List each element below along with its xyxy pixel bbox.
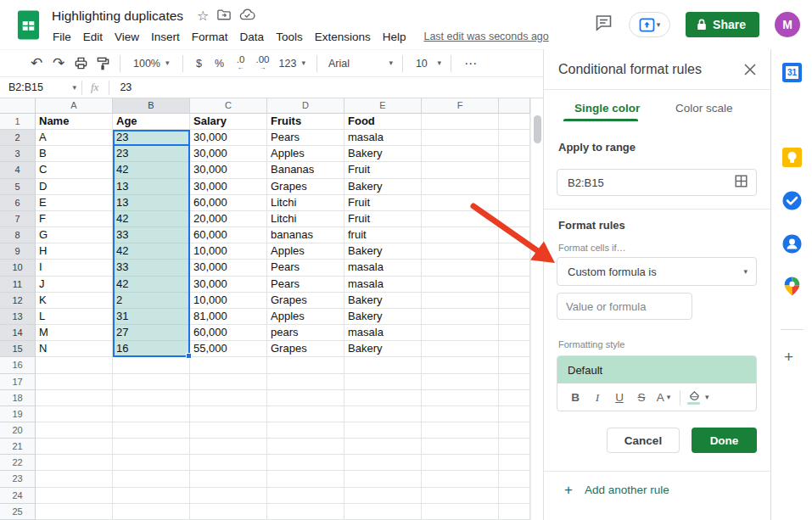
- tab-color-scale[interactable]: Color scale: [675, 102, 733, 115]
- cell-C3[interactable]: 30,000: [190, 146, 267, 162]
- cell-C21[interactable]: [190, 439, 267, 455]
- cell-C8[interactable]: 60,000: [190, 227, 267, 243]
- cell-F19[interactable]: [422, 406, 499, 422]
- row-header-22[interactable]: 22: [0, 455, 36, 471]
- cell-C7[interactable]: 20,000: [190, 211, 267, 227]
- cell-F18[interactable]: [422, 390, 499, 406]
- cell-B4[interactable]: 42: [113, 162, 190, 178]
- cancel-button[interactable]: Cancel: [607, 428, 680, 453]
- cell-D14[interactable]: pears: [267, 325, 344, 341]
- cell-C4[interactable]: 30,000: [190, 162, 267, 178]
- column-header-E[interactable]: E: [344, 98, 422, 114]
- menu-help[interactable]: Help: [377, 29, 412, 45]
- cell-F25[interactable]: [422, 504, 499, 520]
- cell-E12[interactable]: Bakery: [344, 293, 422, 309]
- row-header-24[interactable]: 24: [0, 488, 36, 504]
- cell-D3[interactable]: Apples: [267, 146, 344, 162]
- row-header-13[interactable]: 13: [0, 309, 36, 325]
- cell-C6[interactable]: 60,000: [190, 195, 267, 211]
- cell-B2[interactable]: 23: [113, 130, 190, 146]
- italic-button[interactable]: I: [588, 388, 607, 408]
- cell-E18[interactable]: [344, 390, 422, 406]
- cell-E7[interactable]: Fruit: [344, 211, 422, 227]
- cell-F7[interactable]: [422, 211, 499, 227]
- cell-D20[interactable]: [267, 422, 344, 439]
- formula-value-input[interactable]: [557, 293, 692, 320]
- cell-A8[interactable]: G: [36, 227, 113, 243]
- cell-partial-12[interactable]: [499, 293, 530, 309]
- formula-input[interactable]: 23: [109, 81, 132, 93]
- menu-edit[interactable]: Edit: [77, 29, 109, 45]
- cell-E14[interactable]: masala: [344, 325, 422, 341]
- cell-C17[interactable]: [190, 374, 267, 390]
- cell-B24[interactable]: [113, 488, 190, 504]
- cell-D10[interactable]: Pears: [267, 260, 344, 276]
- cell-B15[interactable]: 16: [113, 341, 190, 357]
- cell-F11[interactable]: [422, 277, 499, 293]
- cell-A22[interactable]: [36, 455, 113, 471]
- last-edit-link[interactable]: Last edit was seconds ago: [423, 31, 548, 42]
- add-another-rule-button[interactable]: + Add another rule: [564, 483, 669, 497]
- strikethrough-button[interactable]: S: [632, 388, 651, 408]
- cell-D6[interactable]: Litchi: [267, 195, 344, 211]
- row-header-7[interactable]: 7: [0, 211, 36, 227]
- row-header-12[interactable]: 12: [0, 293, 36, 309]
- cell-D13[interactable]: Apples: [267, 309, 344, 325]
- cell-E5[interactable]: Bakery: [344, 179, 422, 195]
- cell-E23[interactable]: [344, 471, 422, 487]
- cell-partial-21[interactable]: [499, 439, 530, 455]
- cell-E22[interactable]: [344, 455, 422, 471]
- cell-D23[interactable]: [267, 471, 344, 487]
- cell-B11[interactable]: 42: [113, 277, 190, 293]
- cell-partial-6[interactable]: [499, 195, 530, 211]
- cell-D18[interactable]: [267, 390, 344, 406]
- doc-status-cloud-icon[interactable]: [239, 8, 255, 25]
- cell-B5[interactable]: 13: [113, 179, 190, 195]
- cell-A14[interactable]: M: [36, 325, 113, 341]
- cell-D22[interactable]: [267, 455, 344, 471]
- cell-partial-19[interactable]: [499, 406, 530, 422]
- cell-A24[interactable]: [36, 488, 113, 504]
- row-header-9[interactable]: 9: [0, 243, 36, 260]
- bold-button[interactable]: B: [566, 388, 585, 408]
- cell-D17[interactable]: [267, 374, 344, 390]
- row-header-21[interactable]: 21: [0, 439, 36, 455]
- menu-data[interactable]: Data: [234, 29, 271, 45]
- menu-view[interactable]: View: [109, 29, 145, 45]
- cell-A7[interactable]: F: [36, 211, 113, 227]
- scrollbar-thumb[interactable]: [534, 115, 541, 143]
- row-header-19[interactable]: 19: [0, 406, 36, 422]
- cell-A6[interactable]: E: [36, 195, 113, 211]
- cell-D21[interactable]: [267, 439, 344, 455]
- cell-C15[interactable]: 55,000: [190, 341, 267, 357]
- cell-B20[interactable]: [113, 422, 190, 439]
- row-header-5[interactable]: 5: [0, 179, 36, 195]
- vertical-scrollbar[interactable]: [530, 98, 543, 520]
- cell-A23[interactable]: [36, 471, 113, 487]
- cell-E15[interactable]: Bakery: [344, 341, 422, 357]
- cell-B21[interactable]: [113, 439, 190, 455]
- cell-F9[interactable]: [422, 243, 499, 260]
- cell-E19[interactable]: [344, 406, 422, 422]
- menu-format[interactable]: Format: [186, 29, 234, 45]
- keep-icon[interactable]: [781, 147, 803, 168]
- cell-B22[interactable]: [113, 455, 190, 471]
- cell-F17[interactable]: [422, 374, 499, 390]
- cell-partial-10[interactable]: [499, 260, 530, 276]
- star-icon[interactable]: ☆: [197, 9, 209, 23]
- cell-partial-22[interactable]: [499, 455, 530, 471]
- cell-A12[interactable]: K: [36, 293, 113, 309]
- cell-B19[interactable]: [113, 406, 190, 422]
- cell-partial-7[interactable]: [499, 211, 530, 227]
- cell-B6[interactable]: 13: [113, 195, 190, 211]
- format-currency-button[interactable]: $: [189, 58, 210, 70]
- cell-D16[interactable]: [267, 357, 344, 373]
- row-header-16[interactable]: 16: [0, 357, 36, 373]
- row-header-8[interactable]: 8: [0, 227, 36, 243]
- cell-B12[interactable]: 2: [113, 293, 190, 309]
- cell-D25[interactable]: [267, 504, 344, 520]
- cell-E9[interactable]: Bakery: [344, 243, 422, 260]
- tasks-icon[interactable]: [781, 190, 803, 211]
- cell-E4[interactable]: Fruit: [344, 162, 422, 178]
- tab-single-color[interactable]: Single color: [574, 102, 640, 115]
